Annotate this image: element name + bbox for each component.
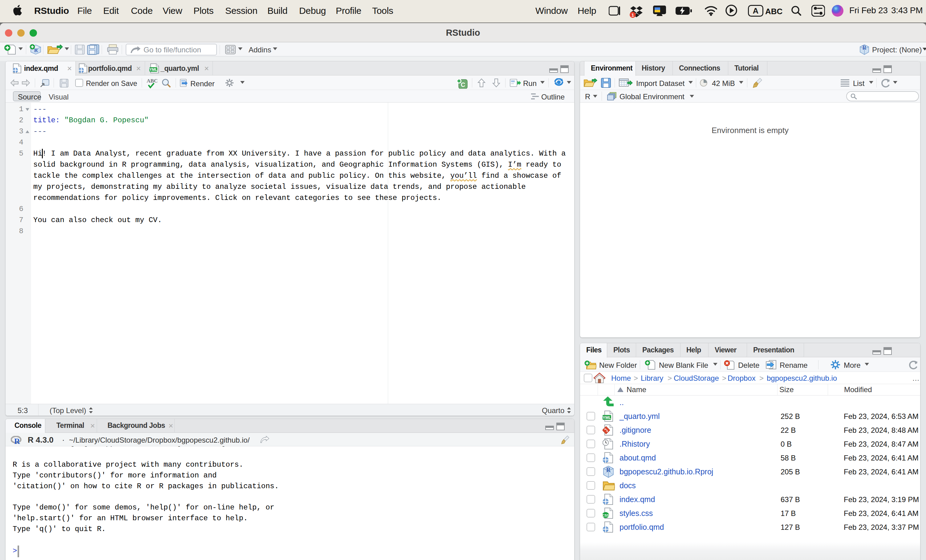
svg-text:R: R [606,466,611,473]
svg-text:YML: YML [602,415,611,420]
svg-text:R: R [14,437,20,445]
svg-text:C: C [461,81,465,88]
svg-text:ABC: ABC [147,78,158,84]
svg-text:CSS: CSS [602,513,609,517]
svg-text:R: R [862,45,867,51]
svg-text:A: A [753,6,759,15]
svg-text:1: 1 [631,12,634,18]
svg-text:YML: YML [150,67,157,72]
svg-text:R: R [34,47,38,53]
